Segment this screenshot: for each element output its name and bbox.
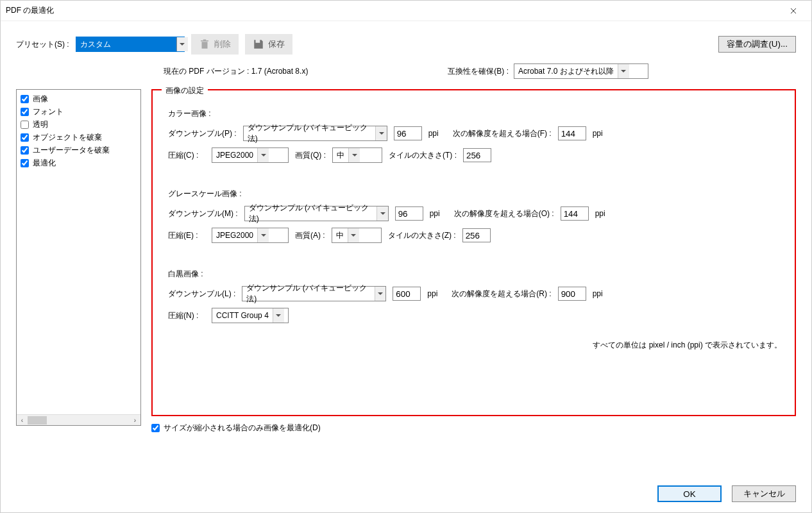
gray-downsample-label: ダウンサンプル(M) : — [168, 208, 238, 219]
mono-compress-label: 圧縮(N) : — [168, 310, 205, 321]
preset-value: カスタム — [80, 39, 111, 50]
image-settings-group: 画像の設定 カラー画像 : ダウンサンプル(P) : ダウンサンプル (バイキュ… — [151, 89, 796, 416]
gray-compress-label: 圧縮(E) : — [168, 230, 205, 241]
category-checkbox[interactable] — [21, 108, 29, 116]
save-button[interactable]: 保存 — [245, 34, 292, 55]
category-checkbox[interactable] — [21, 146, 29, 155]
window-title: PDF の最適化 — [6, 5, 781, 16]
color-downsample-select[interactable]: ダウンサンプル (バイキュービック法) — [243, 126, 387, 141]
category-checkbox[interactable] — [21, 95, 29, 103]
gray-compress-select[interactable]: JPEG2000 — [212, 228, 289, 243]
compat-select[interactable]: Acrobat 7.0 およびそれ以降 — [514, 63, 648, 79]
color-ifabove-label: 次の解像度を超える場合(F) : — [453, 128, 552, 139]
category-checkbox[interactable] — [21, 159, 29, 167]
color-compress-label: 圧縮(C) : — [168, 150, 205, 161]
category-checkbox[interactable] — [21, 133, 29, 142]
optimize-only-smaller-checkbox[interactable]: サイズが縮小される場合のみ画像を最適化(D) — [151, 423, 796, 433]
category-item-discard-objects[interactable]: オブジェクトを破棄 — [21, 131, 137, 144]
pdf-optimizer-dialog: PDF の最適化 プリセット(S) : カスタム 削除 保存 容量の調査(U).… — [0, 0, 812, 513]
gray-heading: グレースケール画像 : — [168, 189, 782, 199]
preset-select[interactable]: カスタム — [76, 37, 185, 52]
save-icon — [253, 38, 264, 50]
gray-ifabove-label: 次の解像度を超える場合(O) : — [454, 208, 554, 219]
chevron-down-icon — [257, 148, 269, 162]
chevron-down-icon — [176, 37, 188, 51]
color-ifabove-input[interactable] — [558, 126, 586, 140]
compat-value: Acrobat 7.0 およびそれ以降 — [518, 66, 614, 77]
gray-ppi-input[interactable] — [395, 206, 423, 221]
chevron-down-icon — [618, 64, 629, 78]
color-downsample-label: ダウンサンプル(P) : — [168, 128, 237, 139]
category-item-fonts[interactable]: フォント — [21, 105, 137, 118]
color-tile-input[interactable] — [463, 148, 491, 162]
close-icon — [790, 8, 797, 14]
scroll-left-icon[interactable]: ‹ — [17, 415, 28, 426]
horizontal-scrollbar[interactable]: ‹ › — [17, 414, 140, 425]
chevron-down-icon — [375, 126, 386, 140]
ppi-unit: ppi — [428, 129, 446, 138]
color-quality-select[interactable]: 中 — [332, 147, 382, 163]
chevron-down-icon — [376, 206, 387, 221]
gray-ifabove-input[interactable] — [561, 206, 589, 221]
ppi-unit: ppi — [427, 289, 445, 298]
chevron-down-icon — [375, 287, 385, 301]
chevron-down-icon — [348, 228, 359, 242]
gray-downsample-select[interactable]: ダウンサンプル (バイキュービック法) — [244, 206, 389, 221]
mono-compress-select[interactable]: CCITT Group 4 — [212, 308, 289, 323]
trash-icon — [199, 38, 210, 50]
category-checkbox[interactable] — [21, 121, 29, 129]
ppi-unit: ppi — [593, 289, 611, 298]
delete-button[interactable]: 削除 — [191, 34, 239, 55]
color-heading: カラー画像 : — [168, 108, 782, 119]
gray-tile-input[interactable] — [462, 228, 491, 242]
gray-tile-label: タイルの大きさ(Z) : — [388, 230, 456, 241]
mono-downsample-label: ダウンサンプル(L) : — [168, 289, 235, 299]
category-item-optimize[interactable]: 最適化 — [21, 156, 137, 169]
mono-downsample-select[interactable]: ダウンサンプル (バイキュービック法) — [242, 286, 386, 301]
color-tile-label: タイルの大きさ(T) : — [389, 150, 457, 161]
mono-ppi-input[interactable] — [393, 287, 421, 301]
mono-heading: 白黒画像 : — [168, 269, 782, 280]
color-compress-select[interactable]: JPEG2000 — [212, 147, 289, 163]
gray-quality-select[interactable]: 中 — [332, 228, 382, 243]
category-item-transparency[interactable]: 透明 — [21, 118, 137, 131]
chevron-down-icon — [257, 228, 269, 242]
category-list[interactable]: 画像 フォント 透明 オブジェクトを破棄 ユーザーデータを破棄 — [16, 89, 141, 426]
current-version-text: 現在の PDF バージョン : 1.7 (Acrobat 8.x) — [164, 66, 308, 77]
preset-label: プリセット(S) : — [16, 39, 69, 50]
gray-quality-label: 画質(A) : — [295, 230, 325, 241]
compat-label: 互換性を確保(B) : — [448, 66, 509, 77]
units-note: すべての単位は pixel / inch (ppi) で表示されています。 — [168, 340, 782, 351]
group-title: 画像の設定 — [162, 85, 208, 96]
scroll-right-icon[interactable]: › — [130, 415, 140, 426]
color-ppi-input[interactable] — [394, 126, 422, 140]
optimize-only-smaller-input[interactable] — [151, 424, 160, 432]
category-item-discard-userdata[interactable]: ユーザーデータを破棄 — [21, 144, 137, 156]
ppi-unit: ppi — [430, 209, 448, 218]
close-button[interactable] — [781, 1, 806, 21]
ppi-unit: ppi — [595, 209, 613, 218]
category-item-images[interactable]: 画像 — [21, 92, 137, 105]
chevron-down-icon — [348, 148, 360, 162]
audit-space-button[interactable]: 容量の調査(U)... — [718, 36, 796, 53]
color-quality-label: 画質(Q) : — [295, 150, 326, 161]
ppi-unit: ppi — [593, 129, 611, 138]
titlebar: PDF の最適化 — [1, 1, 811, 21]
scrollbar-thumb[interactable] — [28, 416, 47, 425]
mono-ifabove-label: 次の解像度を超える場合(R) : — [452, 289, 551, 299]
cancel-button[interactable]: キャンセル — [732, 485, 796, 502]
chevron-down-icon — [273, 308, 284, 323]
mono-ifabove-input[interactable] — [558, 287, 586, 301]
ok-button[interactable]: OK — [657, 485, 722, 502]
